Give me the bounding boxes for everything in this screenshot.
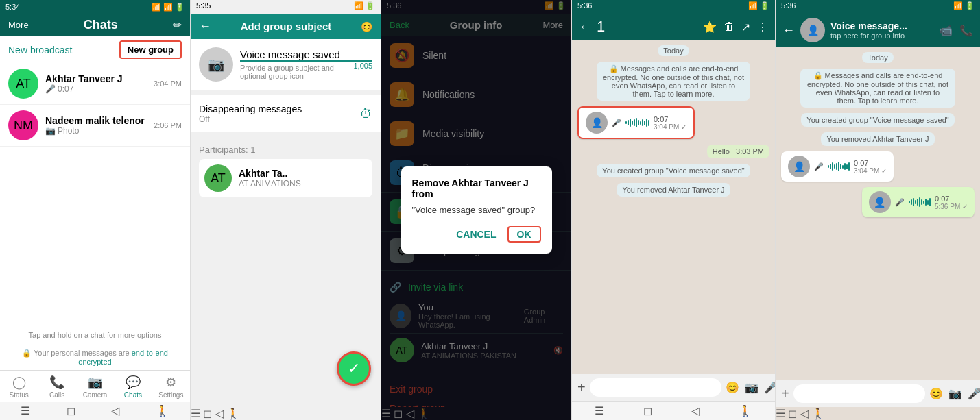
person-icon-2: 🚶 (226, 408, 240, 419)
person-icon-4: 🚶 (739, 404, 752, 417)
time-5: 5:36 (781, 1, 796, 12)
back-icon-4[interactable]: ◁ (691, 404, 700, 417)
system-msg-encrypted-5: 🔒 Messages and calls are end-to-end encr… (800, 69, 955, 108)
mic-icon-5[interactable]: 🎤 (968, 387, 980, 400)
avatar: NM (8, 110, 38, 140)
chat-header-actions-5: 📹 📞 (939, 24, 973, 37)
edit-icon[interactable]: ✏ (173, 18, 182, 32)
voice-waveform-1 (828, 162, 850, 171)
dialog-title: Remove Akhtar Tanveer J from (412, 177, 541, 199)
voice-info: 0:07 3:04 PM ✓ (654, 115, 686, 131)
chat-input-icons-5: 😊 📷 🎤 (929, 387, 980, 400)
encrypted-link[interactable]: end-to-end encrypted (78, 349, 168, 366)
back-arrow-4[interactable]: ← (579, 20, 591, 34)
more-link[interactable]: More (8, 20, 29, 30)
voice-duration-recv: 0:07 (854, 159, 887, 167)
avatar: AT (8, 69, 38, 99)
back-arrow-5[interactable]: ← (782, 23, 795, 38)
delete-icon[interactable]: 🗑 (724, 21, 734, 34)
voice-time-1: 3:04 PM ✓ (654, 123, 686, 131)
voice-message-received[interactable]: 👤 🎤 0:07 3:04 PM ✓ (577, 106, 695, 139)
group-name-wrap: Provide a group subject and optional gro… (240, 49, 372, 80)
chat-item[interactable]: NM Nadeem malik telenor 📷 Photo 2:06 PM (0, 105, 190, 147)
chats-panel: 5:34 📶 📶 🔋 More Chats ✏ New broadcast Ne… (0, 0, 191, 420)
group-name-input[interactable] (240, 49, 372, 62)
voice-wave-2: 🎤 (895, 198, 905, 207)
hint-text: Tap and hold on a chat for more options (0, 325, 190, 345)
voice-avatar-icon: 👤 (586, 112, 608, 134)
menu-icon[interactable]: ☰ (21, 404, 30, 417)
mic-icon-4[interactable]: 🎤 (764, 381, 776, 394)
chat-header-actions-4: ⭐ 🗑 ↗ ⋮ (703, 21, 768, 34)
new-group-button[interactable]: New group (119, 40, 182, 59)
nav-calls[interactable]: 📞 Calls (38, 371, 75, 402)
calls-nav-icon: 📞 (49, 375, 64, 390)
nav-label-calls: Calls (49, 391, 64, 399)
camera-icon-4[interactable]: 📷 (745, 381, 758, 394)
nav-camera[interactable]: 📷 Camera (76, 371, 114, 402)
back-arrow-2[interactable]: ← (199, 19, 211, 34)
participant-name: Akhtar Ta.. (239, 168, 301, 179)
group-avatar-5[interactable]: 👤 (800, 18, 825, 42)
camera-nav-icon: 📷 (88, 375, 103, 390)
home-icon-5[interactable]: ◻ (788, 408, 797, 419)
share-icon[interactable]: ↗ (741, 21, 750, 34)
more-icon[interactable]: ⋮ (757, 21, 768, 34)
nav-status[interactable]: ◯ Status (0, 371, 38, 402)
emoji-icon[interactable]: 😊 (361, 21, 372, 32)
group-avatar[interactable]: 📷 (199, 47, 233, 82)
home-icon[interactable]: ◻ (67, 404, 75, 417)
chat-list: AT Akhtar Tanveer J 🎤 0:07 3:04 PM NM Na… (0, 63, 190, 325)
disappearing-section[interactable]: Disappearing messages Off ⏱ (191, 95, 381, 132)
voice-wave-1: 🎤 (814, 162, 824, 171)
chat-body-4: Today 🔒 Messages and calls are end-to-en… (572, 40, 775, 374)
removed-msg-5: You removed Akhtar Tanveer J (821, 132, 934, 146)
voice-msg-row-received: 👤 🎤 0:07 3:04 PM ✓ (577, 106, 769, 139)
chat-item[interactable]: AT Akhtar Tanveer J 🎤 0:07 3:04 PM (0, 63, 190, 105)
chat-input-icons-4: 😊 📷 🎤 (726, 381, 776, 394)
date-label-4: Today (658, 45, 689, 56)
home-icon-4[interactable]: ◻ (643, 404, 652, 417)
status-bar-1: 5:34 📶 📶 🔋 (0, 0, 190, 14)
voice-waveform (625, 118, 649, 127)
back-icon-2[interactable]: ◁ (215, 408, 224, 419)
plus-icon-4[interactable]: + (577, 380, 586, 395)
plus-icon-5[interactable]: + (781, 386, 789, 402)
fab-button[interactable]: ✓ (337, 351, 371, 386)
menu-icon-4[interactable]: ☰ (595, 404, 604, 417)
sticker-icon-5[interactable]: 😊 (929, 387, 943, 400)
dialog-ok-button[interactable]: OK (507, 226, 541, 243)
chat-time: 2:06 PM (154, 121, 182, 129)
voice-message-2[interactable]: 👤 🎤 0:07 5:36 PM ✓ (862, 187, 975, 217)
message-input-5[interactable] (793, 384, 925, 403)
nav-chats[interactable]: 💬 Chats (114, 371, 152, 402)
voice-message-1[interactable]: 👤 🎤 0:07 3:04 PM ✓ (781, 151, 894, 182)
back-icon-5[interactable]: ◁ (800, 408, 809, 419)
timer-icon: ⏱ (360, 107, 372, 121)
status-bar-4: 5:36 📶 🔋 (572, 0, 775, 14)
dialog-cancel-button[interactable]: CANCEL (456, 226, 496, 243)
phone-icon-5[interactable]: 📞 (959, 24, 973, 37)
new-broadcast-button[interactable]: New broadcast (8, 45, 114, 55)
home-icon-2[interactable]: ◻ (203, 408, 212, 419)
video-icon-5[interactable]: 📹 (939, 24, 953, 37)
status-nav-icon: ◯ (12, 375, 26, 390)
system-nav-bar-5: ☰ ◻ ◁ 🚶 (776, 407, 980, 420)
nav-settings[interactable]: ⚙ Settings (152, 371, 190, 402)
menu-icon-2[interactable]: ☰ (191, 408, 200, 419)
menu-icon-5[interactable]: ☰ (776, 408, 785, 419)
nav-label-settings: Settings (158, 391, 183, 399)
back-icon[interactable]: ◁ (111, 404, 119, 417)
sticker-icon-4[interactable]: 😊 (726, 381, 739, 394)
system-msg-encrypted-4: 🔒 Messages and calls are end-to-end encr… (597, 62, 750, 101)
message-input-4[interactable] (590, 378, 721, 397)
group-hint: Provide a group subject and optional gro… (240, 64, 353, 80)
star-icon[interactable]: ⭐ (703, 21, 717, 34)
chat-meta: 2:06 PM (154, 121, 182, 129)
participant-avatar: AT (204, 164, 232, 192)
chat-view-panel: 5:36 📶 🔋 ← 1 ⭐ 🗑 ↗ ⋮ Today 🔒 Messages an… (572, 0, 776, 420)
camera-icon-5[interactable]: 📷 (948, 387, 962, 400)
chat-sub-5: tap here for group info (830, 32, 933, 40)
created-group-msg: You created group "Voice message saved" (597, 164, 750, 177)
voice-avatar-2: 👤 (869, 191, 891, 213)
